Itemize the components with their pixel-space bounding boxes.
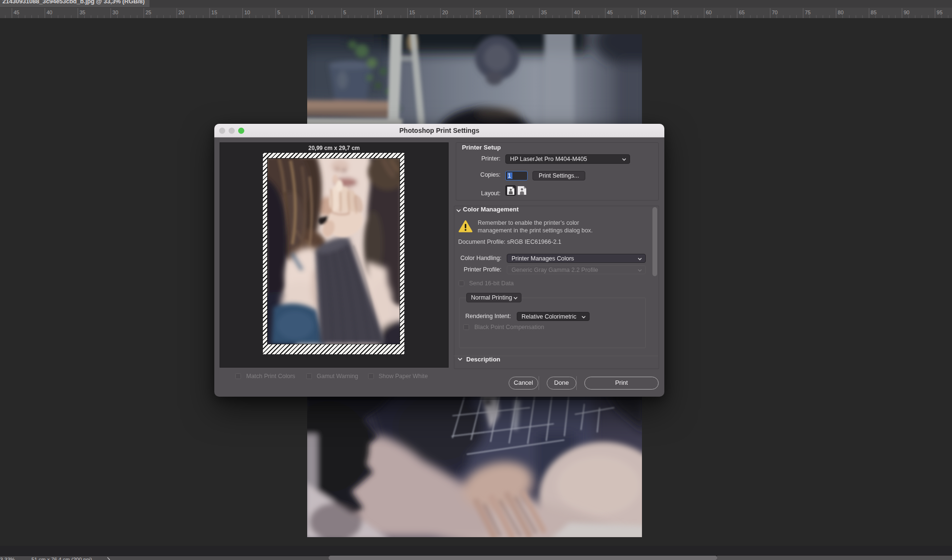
svg-text:25: 25 <box>145 10 151 15</box>
svg-text:80: 80 <box>838 10 843 15</box>
svg-text:10: 10 <box>376 10 382 15</box>
svg-text:60: 60 <box>706 10 711 15</box>
svg-text:5: 5 <box>277 10 280 15</box>
svg-text:85: 85 <box>871 10 876 15</box>
svg-text:45: 45 <box>607 10 613 15</box>
svg-text:70: 70 <box>772 10 778 15</box>
svg-text:35: 35 <box>80 10 85 15</box>
svg-text:40: 40 <box>47 10 52 15</box>
svg-text:45: 45 <box>14 10 20 15</box>
svg-text:75: 75 <box>805 10 811 15</box>
svg-text:55: 55 <box>673 10 679 15</box>
svg-text:25: 25 <box>475 10 481 15</box>
svg-text:5: 5 <box>343 10 346 15</box>
svg-text:65: 65 <box>739 10 744 15</box>
svg-text:95: 95 <box>937 10 942 15</box>
svg-text:40: 40 <box>574 10 580 15</box>
svg-text:35: 35 <box>541 10 547 15</box>
svg-text:20: 20 <box>179 10 184 15</box>
svg-text:50: 50 <box>640 10 646 15</box>
svg-text:30: 30 <box>508 10 514 15</box>
svg-text:15: 15 <box>211 10 217 15</box>
svg-text:20: 20 <box>442 10 448 15</box>
svg-text:0: 0 <box>311 10 313 15</box>
svg-text:30: 30 <box>112 10 118 15</box>
svg-text:90: 90 <box>904 10 910 15</box>
svg-text:10: 10 <box>244 10 250 15</box>
svg-text:15: 15 <box>409 10 415 15</box>
